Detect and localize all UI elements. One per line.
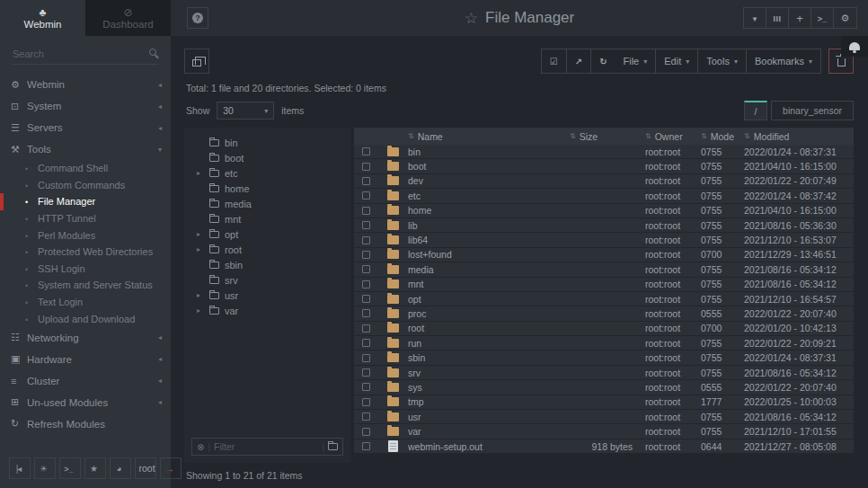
sidebar-item[interactable]: System and Server Status — [0, 277, 171, 294]
expand-arrow-icon[interactable] — [197, 245, 204, 253]
table-row[interactable]: var root:root 0755 2021/12/10 - 17:01:55 — [354, 424, 854, 439]
add[interactable] — [789, 8, 811, 28]
toolbar-menu[interactable]: Tools ▾ — [698, 49, 747, 73]
table-row[interactable]: boot root:root 0755 2021/04/10 - 16:15:0… — [354, 159, 854, 173]
sidebar-item[interactable]: Servers — [0, 117, 171, 138]
table-row[interactable]: sbin root:root 0755 2022/01/24 - 08:37:3… — [354, 350, 854, 365]
row-checkbox[interactable] — [362, 265, 370, 273]
table-row[interactable]: bin root:root 0755 2022/01/24 - 08:37:31 — [354, 145, 854, 159]
row-checkbox[interactable] — [362, 324, 370, 333]
file-name[interactable]: lost+found — [408, 249, 570, 260]
row-checkbox[interactable] — [362, 207, 370, 215]
table-row[interactable]: proc root:root 0555 2022/01/22 - 20:07:4… — [354, 306, 854, 321]
header-name[interactable]: ⇅ Name — [408, 131, 570, 142]
tree-item[interactable]: mnt — [191, 211, 343, 226]
file-name[interactable]: run — [408, 338, 570, 349]
header-mode[interactable]: ⇅ Mode — [701, 131, 744, 142]
file-name[interactable]: sys — [408, 382, 570, 393]
file-name[interactable]: usr — [408, 412, 570, 422]
toolbar-menu[interactable]: Bookmarks ▾ — [747, 49, 820, 73]
columns[interactable] — [766, 8, 789, 28]
table-row[interactable]: sys root:root 0555 2022/01/22 - 20:07:40 — [354, 380, 854, 395]
sidebar-item[interactable]: File Manager — [0, 193, 171, 210]
sidebar-item[interactable]: Upload and Download — [0, 310, 171, 327]
toolbar-menu[interactable]: File ▾ — [616, 49, 657, 73]
tab-dashboard[interactable]: ⊘ Dashboard — [85, 0, 171, 36]
table-row[interactable]: home root:root 0755 2021/04/10 - 16:15:0… — [354, 204, 854, 218]
row-checkbox[interactable] — [362, 339, 370, 347]
row-checkbox[interactable] — [362, 177, 370, 185]
row-checkbox[interactable] — [362, 251, 370, 259]
table-row[interactable]: srv root:root 0755 2021/08/16 - 05:34:12 — [354, 366, 854, 380]
terminal[interactable] — [59, 457, 81, 479]
tab-webmin[interactable]: ♣ Webmin — [0, 0, 85, 36]
file-name[interactable]: sbin — [408, 352, 570, 363]
sidebar-item[interactable]: Tools — [0, 138, 171, 160]
sidebar-item[interactable]: Un-used Modules — [0, 392, 171, 413]
tree-item[interactable]: sbin — [191, 257, 343, 272]
row-checkbox[interactable] — [362, 191, 370, 200]
table-row[interactable]: lib root:root 0755 2021/08/16 - 05:36:30 — [354, 218, 854, 233]
tree-item[interactable]: bin — [191, 135, 343, 150]
tree-item[interactable]: usr — [191, 288, 343, 303]
sidebar-item[interactable]: Webmin — [0, 74, 171, 95]
file-name[interactable]: var — [408, 426, 570, 437]
table-row[interactable]: lib64 root:root 0755 2021/12/10 - 16:53:… — [354, 233, 854, 247]
tree-item[interactable]: media — [191, 196, 343, 211]
file-name[interactable]: etc — [408, 191, 570, 201]
table-row[interactable]: tmp root:root 1777 2022/01/25 - 10:00:03 — [354, 395, 854, 410]
page-size-select[interactable]: 30 ▾ — [217, 102, 274, 120]
row-checkbox[interactable] — [362, 221, 370, 229]
sidebar-item[interactable]: Command Shell — [0, 160, 171, 177]
row-checkbox[interactable] — [362, 163, 370, 171]
collapse-sidebar[interactable] — [9, 457, 31, 479]
favorite-star-icon[interactable]: ☆ — [465, 9, 478, 28]
file-name[interactable]: tmp — [408, 396, 570, 407]
header-owner[interactable]: ⇅ Owner — [645, 131, 701, 142]
sidebar-item[interactable]: HTTP Tunnel — [0, 210, 171, 227]
sidebar-item[interactable]: System — [0, 95, 171, 117]
row-checkbox[interactable] — [362, 398, 370, 406]
toggle-dual-pane-button[interactable] — [184, 49, 209, 74]
row-checkbox[interactable] — [362, 413, 370, 421]
row-checkbox[interactable] — [362, 280, 370, 288]
file-name[interactable]: proc — [408, 308, 570, 319]
row-checkbox[interactable] — [362, 428, 370, 436]
settings[interactable] — [834, 8, 856, 28]
toolbar-menu[interactable]: Edit ▾ — [656, 49, 698, 73]
tree-item[interactable]: root — [191, 242, 343, 257]
row-checkbox[interactable] — [362, 383, 370, 391]
notifications-button[interactable] — [841, 36, 868, 57]
row-checkbox[interactable] — [362, 309, 370, 317]
file-name[interactable]: lib — [408, 220, 570, 231]
row-checkbox[interactable] — [362, 147, 370, 155]
clear-filter-icon[interactable]: ⊗ — [197, 442, 204, 452]
table-row[interactable]: dev root:root 0755 2022/01/22 - 20:07:49 — [354, 174, 854, 189]
table-row[interactable]: usr root:root 0755 2021/08/16 - 05:34:12 — [354, 410, 854, 424]
sidebar-item[interactable]: Cluster — [0, 370, 171, 392]
file-name[interactable]: dev — [408, 175, 570, 186]
filter[interactable] — [744, 8, 766, 28]
breadcrumb-current[interactable]: binary_sensor — [771, 101, 854, 120]
terminal[interactable] — [811, 8, 834, 28]
tree-item[interactable]: srv — [191, 272, 343, 288]
table-row[interactable]: opt root:root 0755 2021/12/10 - 16:54:57 — [354, 292, 854, 306]
sidebar-item[interactable]: Custom Commands — [0, 177, 171, 194]
sidebar-item[interactable]: Hardware — [0, 349, 171, 370]
expand-arrow-icon[interactable] — [197, 169, 204, 177]
header-size[interactable]: ⇅ Size — [570, 131, 645, 142]
table-row[interactable]: media root:root 0755 2021/08/16 - 05:34:… — [354, 262, 854, 277]
breadcrumb-root[interactable]: / — [744, 101, 767, 120]
user[interactable]: root — [135, 457, 156, 479]
table-row[interactable]: run root:root 0755 2022/01/22 - 20:09:21 — [354, 336, 854, 350]
tree-item[interactable]: opt — [191, 226, 343, 242]
sidebar-item[interactable]: Refresh Modules — [0, 413, 171, 435]
sidebar-item[interactable]: Protected Web Directories — [0, 244, 171, 261]
file-name[interactable]: opt — [408, 294, 570, 305]
table-row[interactable]: webmin-setup.out 918 bytes root:root 064… — [354, 439, 854, 454]
select-all[interactable] — [542, 49, 567, 73]
file-name[interactable]: mnt — [408, 279, 570, 289]
row-checkbox[interactable] — [362, 236, 370, 244]
sidebar-item[interactable]: Networking — [0, 327, 171, 349]
refresh[interactable] — [591, 49, 615, 73]
